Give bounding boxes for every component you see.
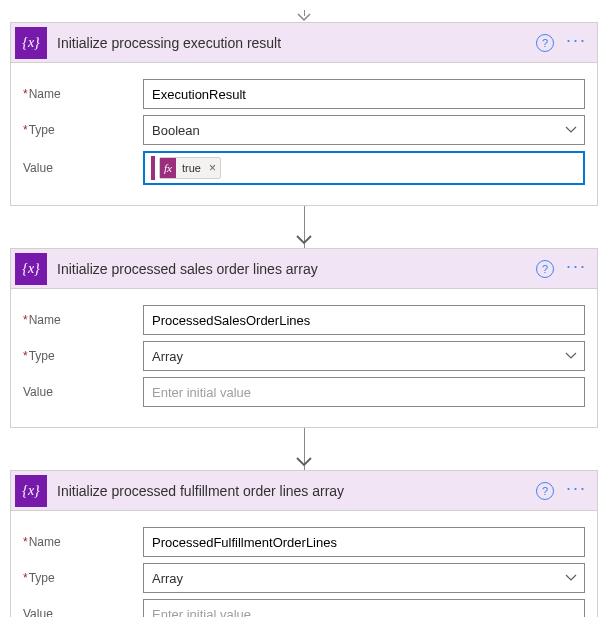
arrow-down-icon: [295, 456, 313, 468]
type-label: *Type: [23, 571, 143, 585]
expression-token[interactable]: fx true ×: [159, 157, 221, 179]
value-label: Value: [23, 161, 143, 175]
accent-bar: [151, 156, 155, 180]
value-input[interactable]: [143, 599, 585, 617]
name-input[interactable]: [143, 305, 585, 335]
card-body: *Name *Type Boolean Value fx: [11, 63, 597, 205]
more-menu-icon[interactable]: ···: [566, 35, 587, 51]
name-input[interactable]: [143, 527, 585, 557]
card-title: Initialize processed fulfillment order l…: [57, 483, 536, 499]
name-input[interactable]: [143, 79, 585, 109]
type-label: *Type: [23, 349, 143, 363]
field-name-row: *Name: [23, 305, 585, 335]
type-select[interactable]: Array: [143, 341, 585, 371]
name-label: *Name: [23, 87, 143, 101]
card-body: *Name *Type Array Value: [11, 289, 597, 427]
field-type-row: *Type Array: [23, 341, 585, 371]
card-title: Initialize processing execution result: [57, 35, 536, 51]
variable-icon: {x}: [15, 475, 47, 507]
variable-icon: {x}: [15, 27, 47, 59]
action-card-execution-result: {x} Initialize processing execution resu…: [10, 22, 598, 206]
connector-arrow: [10, 206, 598, 248]
field-value-row: Value: [23, 599, 585, 617]
field-value-row: Value fx true ×: [23, 151, 585, 185]
connector-arrow: [10, 428, 598, 470]
field-name-row: *Name: [23, 527, 585, 557]
value-label: Value: [23, 385, 143, 399]
card-header[interactable]: {x} Initialize processed fulfillment ord…: [11, 471, 597, 511]
action-card-fulfillment-order-lines: {x} Initialize processed fulfillment ord…: [10, 470, 598, 617]
card-title: Initialize processed sales order lines a…: [57, 261, 536, 277]
token-text: true: [182, 162, 201, 174]
flow-container: {x} Initialize processing execution resu…: [10, 10, 598, 617]
type-select[interactable]: Array: [143, 563, 585, 593]
help-icon[interactable]: ?: [536, 260, 554, 278]
chevron-down-icon: [296, 13, 312, 23]
help-icon[interactable]: ?: [536, 34, 554, 52]
card-header[interactable]: {x} Initialize processing execution resu…: [11, 23, 597, 63]
name-label: *Name: [23, 535, 143, 549]
more-menu-icon[interactable]: ···: [566, 261, 587, 277]
fx-icon: fx: [160, 158, 176, 178]
connector-top-stub: [10, 10, 598, 22]
field-type-row: *Type Boolean: [23, 115, 585, 145]
field-type-row: *Type Array: [23, 563, 585, 593]
field-value-row: Value: [23, 377, 585, 407]
close-icon[interactable]: ×: [209, 161, 216, 175]
value-input[interactable]: [143, 377, 585, 407]
more-menu-icon[interactable]: ···: [566, 483, 587, 499]
type-label: *Type: [23, 123, 143, 137]
type-select[interactable]: Boolean: [143, 115, 585, 145]
card-header[interactable]: {x} Initialize processed sales order lin…: [11, 249, 597, 289]
value-label: Value: [23, 607, 143, 617]
action-card-sales-order-lines: {x} Initialize processed sales order lin…: [10, 248, 598, 428]
name-label: *Name: [23, 313, 143, 327]
variable-icon: {x}: [15, 253, 47, 285]
card-body: *Name *Type Array Value: [11, 511, 597, 617]
arrow-down-icon: [295, 234, 313, 246]
help-icon[interactable]: ?: [536, 482, 554, 500]
value-input[interactable]: fx true ×: [143, 151, 585, 185]
field-name-row: *Name: [23, 79, 585, 109]
